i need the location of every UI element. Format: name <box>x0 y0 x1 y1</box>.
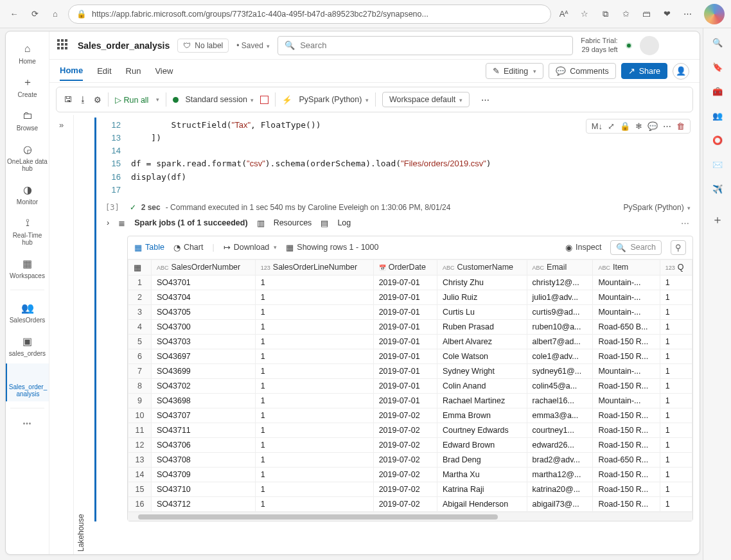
nav-workspaces[interactable]: ▦Workspaces <box>6 252 49 283</box>
col-Q[interactable]: 123Q <box>660 259 692 275</box>
nav-onelake-data-hub[interactable]: ◶OneLake data hub <box>6 138 49 176</box>
table-row[interactable]: 12SO4370612019-07-02Edward Brownedward26… <box>128 437 692 452</box>
code-cell[interactable]: M↓ ⤢ 🔒 ❄ 💬 ⋯ 🗑 12 StructField("Tax", Flo… <box>94 118 694 521</box>
sidebar-add-icon[interactable]: ＋ <box>711 213 724 226</box>
table-row[interactable]: 15SO4371012019-07-02Katrina Rajikatrina2… <box>128 482 692 496</box>
resources-link[interactable]: Resources <box>274 218 312 227</box>
spark-jobs-link[interactable]: Spark jobs (1 of 1 succeeded) <box>134 218 247 227</box>
address-bar[interactable]: 🔒 https://app.fabric.microsoft.com/group… <box>68 4 551 24</box>
tab-view[interactable]: View <box>155 62 173 80</box>
run-all-menu[interactable]: ▾ <box>156 96 159 103</box>
nav-sales-order-analysis[interactable]: Sales_order_ analysis <box>6 363 49 401</box>
col-SalesOrderLineNumber[interactable]: 123SalesOrderLineNumber <box>255 259 373 275</box>
read-aloud-button[interactable]: Aᴬ <box>556 6 572 22</box>
table-row[interactable]: 4SO4370012019-07-01Ruben Prasadruben10@a… <box>128 319 692 334</box>
freeze-icon[interactable]: ❄ <box>635 121 642 131</box>
chart-tab[interactable]: ◔Chart <box>173 243 204 252</box>
sidebar-send-icon[interactable]: ✈️ <box>711 182 724 195</box>
editing-mode-button[interactable]: ✎Editing▾ <box>486 63 543 79</box>
more-button[interactable]: ⋯ <box>680 6 695 22</box>
download-icon[interactable]: ⭳ <box>79 95 87 104</box>
language-dropdown[interactable]: PySpark (Python) ▾ <box>299 95 368 104</box>
lock-icon[interactable]: 🔒 <box>620 121 630 131</box>
table-row[interactable]: 6SO4369712019-07-01Cole Watsoncole1@adv.… <box>128 349 692 363</box>
table-row[interactable]: 7SO4369912019-07-01Sydney Wrightsydney61… <box>128 363 692 378</box>
table-row[interactable]: 2SO4370412019-07-01Julio Ruizjulio1@adv.… <box>128 290 692 304</box>
nav-sales-orders[interactable]: ▣sales_orders <box>6 330 49 361</box>
waffle-icon[interactable] <box>57 39 70 52</box>
favorite-button[interactable]: ☆ <box>577 6 592 22</box>
split-button[interactable]: ⧉ <box>597 6 613 22</box>
save-icon[interactable]: 🖫 <box>64 95 73 104</box>
sidebar-search-icon[interactable]: 🔍 <box>711 36 724 49</box>
avatar[interactable] <box>640 36 659 55</box>
nav-browse[interactable]: 🗀Browse <box>6 105 49 136</box>
table-row[interactable]: 8SO4370212019-07-01Colin Anandcolin45@a.… <box>128 378 692 393</box>
comment-cell-icon[interactable]: 💬 <box>647 121 658 131</box>
session-dropdown[interactable]: Standard session ▾ <box>185 95 254 104</box>
comments-button[interactable]: 💬Comments <box>549 63 615 79</box>
col-Email[interactable]: ABCEmail <box>527 259 593 275</box>
download-button[interactable]: ↦Download▾ <box>224 243 277 252</box>
lakehouse-collapse[interactable]: » <box>49 115 74 554</box>
favorites-list-button[interactable]: ✩ <box>618 6 633 22</box>
row-index-header[interactable]: ▦ <box>128 259 152 275</box>
sensitivity-pill[interactable]: 🛡No label <box>177 39 229 53</box>
col-SalesOrderNumber[interactable]: ABCSalesOrderNumber <box>152 259 256 275</box>
table-row[interactable]: 9SO4369812019-07-01Rachael Martinezracha… <box>128 393 692 408</box>
back-button[interactable]: ← <box>6 6 22 22</box>
cell-lang-dropdown[interactable]: PySpark (Python) ▾ <box>624 203 691 212</box>
table-row[interactable]: 1SO4370112019-07-01Christy Zhuchristy12@… <box>128 275 692 290</box>
sidebar-office-icon[interactable]: ⭕ <box>711 134 724 146</box>
copilot-icon[interactable] <box>704 4 725 24</box>
delete-cell-icon[interactable]: 🗑 <box>676 121 685 131</box>
refresh-button[interactable]: ⟳ <box>27 6 42 22</box>
nav-create[interactable]: ＋Create <box>6 71 49 102</box>
tab-home[interactable]: Home <box>60 61 83 81</box>
settings-icon[interactable]: ⚙ <box>94 95 101 105</box>
col-Item[interactable]: ABCItem <box>593 259 660 275</box>
table-row[interactable]: 16SO4371212019-07-02Abigail Hendersonabi… <box>128 496 692 511</box>
collapse-icon[interactable]: ⤢ <box>608 121 615 131</box>
sidebar-tools-icon[interactable]: 🧰 <box>711 85 724 98</box>
col-OrderDate[interactable]: 📅OrderDate <box>373 259 437 275</box>
toolbar-more[interactable]: ⋯ <box>481 95 489 105</box>
cell-more-icon[interactable]: ⋯ <box>663 121 671 131</box>
run-all-button[interactable]: ▷ Run all <box>115 95 148 105</box>
inspect-button[interactable]: ◉Inspect <box>565 243 601 252</box>
nav-more[interactable]: ••• <box>23 420 32 427</box>
jobs-more[interactable]: ⋯ <box>681 218 689 228</box>
nav-monitor[interactable]: ◑Monitor <box>6 179 49 209</box>
tab-run[interactable]: Run <box>126 62 141 80</box>
nav-salesorders[interactable]: 👥SalesOrders <box>6 297 49 328</box>
jobs-expand-icon[interactable]: › <box>107 218 109 227</box>
table-row[interactable]: 5SO4370312019-07-01Albert Alvarezalbert7… <box>128 334 692 349</box>
table-row[interactable]: 10SO4370712019-07-02Emma Brownemma3@a...… <box>128 408 692 423</box>
markdown-icon[interactable]: M↓ <box>592 121 603 131</box>
table-row[interactable]: 14SO4370912019-07-02Martha Xumartha12@..… <box>128 467 692 482</box>
table-row[interactable]: 13SO4370812019-07-02Brad Dengbrad2@adv..… <box>128 452 692 467</box>
share-button[interactable]: ↗Share <box>621 63 667 79</box>
presence-button[interactable]: 👤 <box>673 63 689 80</box>
sidebar-outlook-icon[interactable]: ✉️ <box>711 158 724 171</box>
nav-home[interactable]: ⌂Home <box>6 38 49 69</box>
stop-button[interactable] <box>260 96 269 104</box>
sidebar-tag-icon[interactable]: 🔖 <box>711 60 724 73</box>
performance-button[interactable]: ❤ <box>659 6 674 22</box>
lakehouse-label[interactable]: Lakehouse <box>74 115 88 554</box>
result-table-wrap[interactable]: ▦ABCSalesOrderNumber123SalesOrderLineNum… <box>128 259 692 512</box>
collections-button[interactable]: 🗃 <box>639 6 654 22</box>
horizontal-scrollbar[interactable] <box>128 512 692 521</box>
home-button[interactable]: ⌂ <box>48 6 63 22</box>
sidebar-people-icon[interactable]: 👥 <box>711 109 724 122</box>
workspace-dropdown[interactable]: Workspace default ▾ <box>382 92 470 107</box>
notebook-name[interactable]: Sales_order_analysis <box>78 40 170 51</box>
result-search-input[interactable]: 🔍Search <box>610 240 662 255</box>
log-link[interactable]: Log <box>337 218 351 227</box>
tab-edit[interactable]: Edit <box>97 62 111 80</box>
table-tab[interactable]: ▦Table <box>134 243 164 252</box>
col-CustomerName[interactable]: ABCCustomerName <box>437 259 527 275</box>
table-row[interactable]: 3SO4370512019-07-01Curtis Lucurtis9@ad..… <box>128 304 692 319</box>
table-row[interactable]: 11SO4371112019-07-02Courtney Edwardscour… <box>128 423 692 437</box>
nav-real-time-hub[interactable]: ⟟Real-Time hub <box>6 212 49 250</box>
